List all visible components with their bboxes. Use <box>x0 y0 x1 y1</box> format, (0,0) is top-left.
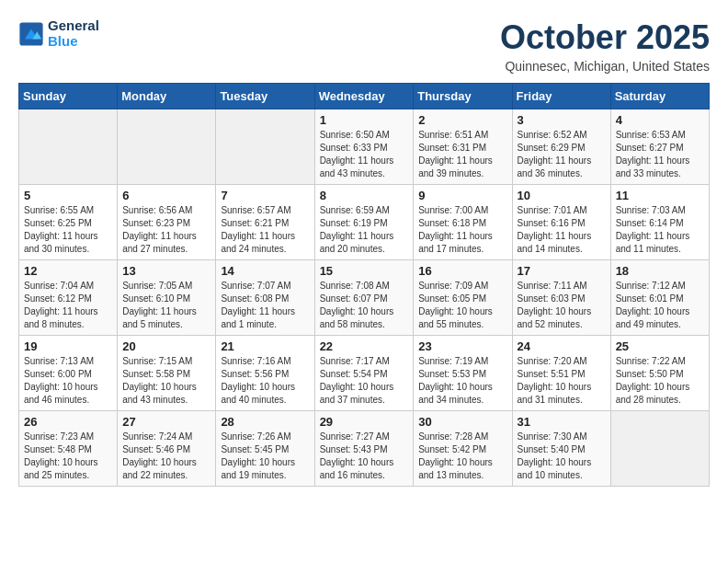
logo-line2: Blue <box>48 34 99 50</box>
day-info: Sunrise: 7:23 AMSunset: 5:48 PMDaylight:… <box>24 431 98 480</box>
day-number: 13 <box>122 264 210 278</box>
day-number: 30 <box>418 415 506 429</box>
location: Quinnesec, Michigan, United States <box>500 59 710 74</box>
calendar-cell: 9 Sunrise: 7:00 AMSunset: 6:18 PMDayligh… <box>414 185 512 260</box>
day-number: 24 <box>518 339 606 353</box>
day-number: 1 <box>320 113 409 127</box>
day-number: 29 <box>320 415 409 429</box>
day-info: Sunrise: 7:03 AMSunset: 6:14 PMDaylight:… <box>616 205 690 254</box>
month-title: October 2025 <box>500 18 710 57</box>
calendar-cell: 23 Sunrise: 7:19 AMSunset: 5:53 PMDaylig… <box>414 336 512 411</box>
day-number: 6 <box>122 189 210 202</box>
calendar-cell: 11 Sunrise: 7:03 AMSunset: 6:14 PMDaylig… <box>610 185 709 260</box>
day-number: 20 <box>122 339 210 353</box>
day-info: Sunrise: 6:59 AMSunset: 6:19 PMDaylight:… <box>320 205 394 254</box>
logo: General Blue <box>18 18 99 49</box>
day-info: Sunrise: 7:00 AMSunset: 6:18 PMDaylight:… <box>418 205 493 254</box>
calendar-cell: 5 Sunrise: 6:55 AMSunset: 6:25 PMDayligh… <box>19 185 118 260</box>
weekday-header-saturday: Saturday <box>610 84 709 109</box>
day-number: 31 <box>518 415 606 429</box>
day-info: Sunrise: 6:57 AMSunset: 6:21 PMDaylight:… <box>221 205 295 254</box>
calendar-cell: 28 Sunrise: 7:26 AMSunset: 5:45 PMDaylig… <box>216 411 314 487</box>
calendar-cell <box>118 109 216 185</box>
calendar-cell: 2 Sunrise: 6:51 AMSunset: 6:31 PMDayligh… <box>414 109 512 185</box>
day-info: Sunrise: 7:24 AMSunset: 5:46 PMDaylight:… <box>122 431 197 480</box>
calendar-cell: 14 Sunrise: 7:07 AMSunset: 6:08 PMDaylig… <box>216 260 314 336</box>
weekday-header-tuesday: Tuesday <box>216 84 314 109</box>
day-number: 10 <box>518 189 606 202</box>
day-info: Sunrise: 7:01 AMSunset: 6:16 PMDaylight:… <box>518 205 592 254</box>
day-info: Sunrise: 7:09 AMSunset: 6:05 PMDaylight:… <box>418 281 493 329</box>
calendar-cell: 24 Sunrise: 7:20 AMSunset: 5:51 PMDaylig… <box>512 336 610 411</box>
calendar-cell: 27 Sunrise: 7:24 AMSunset: 5:46 PMDaylig… <box>118 411 216 487</box>
day-number: 16 <box>418 264 506 278</box>
calendar-cell: 1 Sunrise: 6:50 AMSunset: 6:33 PMDayligh… <box>314 109 414 185</box>
calendar-cell: 18 Sunrise: 7:12 AMSunset: 6:01 PMDaylig… <box>610 260 709 336</box>
title-block: October 2025 Quinnesec, Michigan, United… <box>500 18 710 74</box>
day-number: 19 <box>24 339 112 353</box>
calendar-cell: 17 Sunrise: 7:11 AMSunset: 6:03 PMDaylig… <box>512 260 610 336</box>
day-info: Sunrise: 7:19 AMSunset: 5:53 PMDaylight:… <box>418 356 493 405</box>
day-number: 7 <box>221 189 309 202</box>
weekday-header-wednesday: Wednesday <box>314 84 414 109</box>
calendar-cell <box>216 109 314 185</box>
calendar-week-2: 12 Sunrise: 7:04 AMSunset: 6:12 PMDaylig… <box>19 260 710 336</box>
day-info: Sunrise: 7:15 AMSunset: 5:58 PMDaylight:… <box>122 356 197 405</box>
day-info: Sunrise: 7:13 AMSunset: 6:00 PMDaylight:… <box>24 356 98 405</box>
day-info: Sunrise: 7:16 AMSunset: 5:56 PMDaylight:… <box>221 356 295 405</box>
day-number: 12 <box>24 264 112 278</box>
calendar-cell: 12 Sunrise: 7:04 AMSunset: 6:12 PMDaylig… <box>19 260 118 336</box>
day-number: 18 <box>616 264 704 278</box>
day-info: Sunrise: 7:26 AMSunset: 5:45 PMDaylight:… <box>221 431 295 480</box>
weekday-header-friday: Friday <box>512 84 610 109</box>
day-number: 4 <box>616 113 704 127</box>
day-info: Sunrise: 7:20 AMSunset: 5:51 PMDaylight:… <box>518 356 592 405</box>
day-info: Sunrise: 6:53 AMSunset: 6:27 PMDaylight:… <box>616 130 690 178</box>
day-info: Sunrise: 7:17 AMSunset: 5:54 PMDaylight:… <box>320 356 394 405</box>
day-info: Sunrise: 6:51 AMSunset: 6:31 PMDaylight:… <box>418 130 493 178</box>
day-number: 17 <box>518 264 606 278</box>
calendar-cell: 29 Sunrise: 7:27 AMSunset: 5:43 PMDaylig… <box>314 411 414 487</box>
day-number: 2 <box>418 113 506 127</box>
weekday-header-row: SundayMondayTuesdayWednesdayThursdayFrid… <box>19 84 710 109</box>
calendar-week-4: 26 Sunrise: 7:23 AMSunset: 5:48 PMDaylig… <box>19 411 710 487</box>
calendar: SundayMondayTuesdayWednesdayThursdayFrid… <box>18 83 710 487</box>
calendar-cell: 16 Sunrise: 7:09 AMSunset: 6:05 PMDaylig… <box>414 260 512 336</box>
calendar-cell: 7 Sunrise: 6:57 AMSunset: 6:21 PMDayligh… <box>216 185 314 260</box>
calendar-cell: 3 Sunrise: 6:52 AMSunset: 6:29 PMDayligh… <box>512 109 610 185</box>
day-info: Sunrise: 7:28 AMSunset: 5:42 PMDaylight:… <box>418 431 493 480</box>
day-number: 14 <box>221 264 309 278</box>
day-number: 23 <box>418 339 506 353</box>
calendar-cell <box>610 411 709 487</box>
logo-icon <box>18 21 44 47</box>
day-info: Sunrise: 7:11 AMSunset: 6:03 PMDaylight:… <box>518 281 592 329</box>
day-info: Sunrise: 6:55 AMSunset: 6:25 PMDaylight:… <box>24 205 98 254</box>
calendar-cell: 4 Sunrise: 6:53 AMSunset: 6:27 PMDayligh… <box>610 109 709 185</box>
day-number: 27 <box>122 415 210 429</box>
calendar-cell: 22 Sunrise: 7:17 AMSunset: 5:54 PMDaylig… <box>314 336 414 411</box>
day-info: Sunrise: 6:56 AMSunset: 6:23 PMDaylight:… <box>122 205 197 254</box>
day-number: 15 <box>320 264 409 278</box>
day-info: Sunrise: 7:12 AMSunset: 6:01 PMDaylight:… <box>616 281 690 329</box>
calendar-cell: 19 Sunrise: 7:13 AMSunset: 6:00 PMDaylig… <box>19 336 118 411</box>
page-header: General Blue October 2025 Quinnesec, Mic… <box>18 18 710 74</box>
day-number: 11 <box>616 189 704 202</box>
day-number: 8 <box>320 189 409 202</box>
calendar-cell: 10 Sunrise: 7:01 AMSunset: 6:16 PMDaylig… <box>512 185 610 260</box>
day-info: Sunrise: 7:08 AMSunset: 6:07 PMDaylight:… <box>320 281 394 329</box>
calendar-cell: 6 Sunrise: 6:56 AMSunset: 6:23 PMDayligh… <box>118 185 216 260</box>
day-number: 28 <box>221 415 309 429</box>
day-number: 26 <box>24 415 112 429</box>
day-info: Sunrise: 6:52 AMSunset: 6:29 PMDaylight:… <box>518 130 592 178</box>
calendar-cell: 31 Sunrise: 7:30 AMSunset: 5:40 PMDaylig… <box>512 411 610 487</box>
day-number: 25 <box>616 339 704 353</box>
calendar-week-3: 19 Sunrise: 7:13 AMSunset: 6:00 PMDaylig… <box>19 336 710 411</box>
logo-line1: General <box>48 18 99 34</box>
calendar-cell: 8 Sunrise: 6:59 AMSunset: 6:19 PMDayligh… <box>314 185 414 260</box>
calendar-cell: 20 Sunrise: 7:15 AMSunset: 5:58 PMDaylig… <box>118 336 216 411</box>
calendar-cell: 26 Sunrise: 7:23 AMSunset: 5:48 PMDaylig… <box>19 411 118 487</box>
weekday-header-thursday: Thursday <box>414 84 512 109</box>
weekday-header-monday: Monday <box>118 84 216 109</box>
calendar-week-0: 1 Sunrise: 6:50 AMSunset: 6:33 PMDayligh… <box>19 109 710 185</box>
day-number: 3 <box>518 113 606 127</box>
